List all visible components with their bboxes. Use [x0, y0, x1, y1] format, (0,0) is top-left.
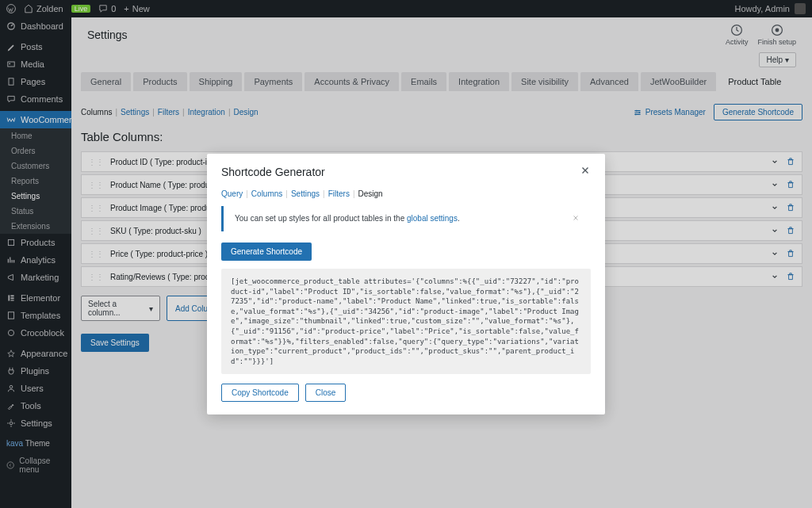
- modal-overlay[interactable]: Shortcode Generator Query| Columns| Sett…: [0, 0, 812, 508]
- modal-tabs: Query| Columns| Settings| Filters| Desig…: [207, 189, 605, 198]
- modal-tab-columns[interactable]: Columns: [251, 189, 282, 198]
- modal-title: Shortcode Generator: [221, 166, 325, 178]
- global-settings-link[interactable]: global settings: [407, 214, 458, 223]
- shortcode-output[interactable]: [jet_woocommerce_product_table attribute…: [221, 269, 591, 374]
- copy-shortcode-button[interactable]: Copy Shortcode: [221, 384, 299, 402]
- shortcode-modal: Shortcode Generator Query| Columns| Sett…: [207, 154, 605, 414]
- modal-tab-query[interactable]: Query: [221, 189, 243, 198]
- modal-close-button[interactable]: [580, 165, 591, 178]
- close-button[interactable]: Close: [305, 384, 347, 402]
- info-close-button[interactable]: [572, 214, 580, 223]
- modal-tab-design[interactable]: Design: [358, 189, 383, 198]
- modal-generate-button[interactable]: Generate Shortcode: [221, 243, 312, 261]
- modal-tab-settings[interactable]: Settings: [291, 189, 320, 198]
- modal-tab-filters[interactable]: Filters: [328, 189, 350, 198]
- info-notice: You can set up styles for all product ta…: [221, 206, 591, 231]
